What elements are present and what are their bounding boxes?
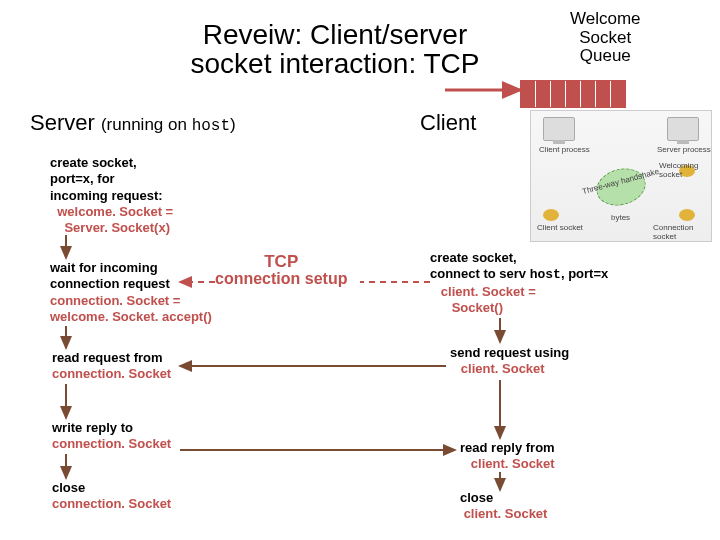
step-close-client: close client. Socket [460, 490, 600, 523]
server-heading: Server (running on host) [30, 110, 236, 136]
step-send-request: send request using client. Socket [450, 345, 650, 378]
client-heading: Client [420, 110, 476, 136]
step-create-client-socket: create socket, connect to serv host, por… [430, 250, 660, 316]
welcome-queue-boxes [520, 80, 626, 108]
step-close-server: close connection. Socket [52, 480, 192, 513]
step-read-request: read request from connection. Socket [52, 350, 202, 383]
step-write-reply: write reply to connection. Socket [52, 420, 192, 453]
title-line-2: socket interaction: TCP [191, 48, 480, 79]
socket-process-diagram: Client process Server process Welcoming … [530, 110, 712, 242]
step-create-server-socket: create socket, port=x, for incoming requ… [50, 155, 220, 236]
title-line-1: Reveiw: Client/server [203, 19, 468, 50]
step-wait-incoming: wait for incoming connection request con… [50, 260, 225, 325]
step-read-reply: read reply from client. Socket [460, 440, 610, 473]
welcome-queue-label: Welcome Socket Queue [570, 10, 641, 66]
slide-title: Reveiw: Client/server socket interaction… [160, 20, 510, 79]
tcp-connection-setup-label: TCP connection setup [215, 253, 347, 287]
